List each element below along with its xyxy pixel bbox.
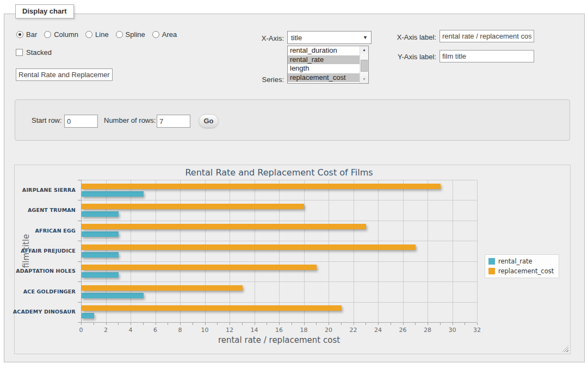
bar-rental_rate[interactable] bbox=[82, 231, 119, 237]
series-option-length[interactable]: length bbox=[288, 64, 368, 73]
x-tick-label: 12 bbox=[221, 327, 238, 334]
x-axis-label-input[interactable] bbox=[440, 30, 534, 42]
bar-replacement_cost[interactable] bbox=[82, 285, 243, 291]
chart-type-area[interactable]: Area bbox=[152, 30, 177, 39]
x-axis-tick bbox=[391, 323, 391, 325]
x-tick-label: 20 bbox=[320, 327, 337, 334]
legend-swatch-icon bbox=[488, 258, 495, 265]
category-label: AFFAIR PREJUDICE bbox=[21, 248, 76, 254]
x-axis-tick bbox=[415, 323, 416, 325]
gridline bbox=[453, 180, 453, 322]
category-label: ACE GOLDFINGER bbox=[23, 289, 76, 294]
x-axis-tick bbox=[465, 323, 465, 325]
gridline bbox=[81, 200, 477, 200]
x-tick-label: 6 bbox=[147, 327, 164, 334]
chart-type-label: Area bbox=[162, 30, 177, 39]
gridline bbox=[354, 180, 354, 322]
number-of-rows-label: Number of rows: bbox=[104, 116, 156, 124]
x-axis-tick bbox=[156, 323, 156, 325]
bar-replacement_cost[interactable] bbox=[82, 265, 317, 270]
gridline bbox=[81, 302, 477, 303]
x-axis-tick bbox=[292, 323, 292, 325]
x-axis-select[interactable]: title ▼ bbox=[287, 31, 372, 44]
chart-type-label: Line bbox=[95, 30, 109, 39]
go-button[interactable]: Go bbox=[199, 114, 219, 128]
y-axis-label-input[interactable] bbox=[440, 50, 534, 62]
x-tick-label: 26 bbox=[395, 327, 411, 334]
resize-handle-icon[interactable] bbox=[562, 346, 568, 352]
row-range-panel: Start row: Number of rows: Go bbox=[15, 99, 570, 141]
stacked-option[interactable]: Stacked bbox=[16, 48, 52, 57]
gridline bbox=[230, 180, 230, 322]
legend-label: rental_rate bbox=[498, 258, 533, 265]
bar-rental_rate[interactable] bbox=[82, 252, 119, 258]
bar-replacement_cost[interactable] bbox=[82, 204, 304, 209]
series-listbox[interactable]: rental_durationrental_ratelengthreplacem… bbox=[287, 46, 369, 84]
scrollbar-thumb[interactable] bbox=[361, 60, 368, 72]
gridline bbox=[81, 281, 477, 282]
x-tick-label: 28 bbox=[419, 327, 436, 334]
scroll-up-icon[interactable]: ▲ bbox=[360, 46, 368, 54]
x-tick-label: 16 bbox=[271, 327, 287, 334]
bar-rental_rate[interactable] bbox=[82, 272, 119, 278]
x-tick-label: 18 bbox=[296, 327, 312, 334]
chart-legend: rental_ratereplacement_cost bbox=[485, 254, 559, 278]
x-tick-label: 10 bbox=[197, 327, 213, 334]
gridline bbox=[304, 180, 305, 322]
series-select-label: Series: bbox=[234, 76, 284, 84]
bar-replacement_cost[interactable] bbox=[82, 224, 366, 229]
chart-title-input[interactable] bbox=[16, 68, 113, 81]
radio-icon[interactable] bbox=[152, 31, 159, 38]
x-axis-tick bbox=[131, 323, 131, 325]
bar-replacement_cost[interactable] bbox=[82, 184, 441, 189]
legend-item-replacement_cost[interactable]: replacement_cost bbox=[488, 267, 554, 275]
listbox-scrollbar[interactable]: ▲ ▼ bbox=[360, 46, 368, 83]
bar-replacement_cost[interactable] bbox=[82, 305, 342, 311]
chart-type-bar[interactable]: Bar bbox=[16, 30, 37, 39]
x-axis-tick bbox=[143, 323, 144, 325]
x-tick-label: 14 bbox=[246, 327, 263, 334]
series-option-replacement_cost[interactable]: replacement_cost bbox=[288, 73, 368, 83]
category-label: ACADEMY DINOSAUR bbox=[13, 309, 76, 315]
series-option-rental_duration[interactable]: rental_duration bbox=[288, 46, 368, 55]
chart-type-radio-group: BarColumnLineSplineArea bbox=[16, 30, 177, 39]
x-axis-tick bbox=[316, 323, 317, 325]
x-tick-label: 2 bbox=[98, 327, 114, 334]
legend-item-rental_rate[interactable]: rental_rate bbox=[488, 258, 554, 265]
number-of-rows-input[interactable] bbox=[157, 115, 190, 128]
chart-title: Rental Rate and Replacement Cost of Film… bbox=[81, 167, 477, 178]
x-axis-tick bbox=[180, 323, 181, 325]
x-axis-label-label: X-Axis label: bbox=[384, 33, 436, 41]
stacked-checkbox[interactable] bbox=[16, 49, 23, 56]
start-row-label: Start row: bbox=[32, 116, 62, 124]
bar-rental_rate[interactable] bbox=[82, 293, 144, 298]
start-row-input[interactable] bbox=[64, 115, 98, 128]
gridline bbox=[81, 221, 477, 221]
radio-icon[interactable] bbox=[44, 31, 51, 38]
bar-rental_rate[interactable] bbox=[82, 191, 144, 197]
gridline bbox=[279, 180, 280, 322]
chart-type-column[interactable]: Column bbox=[44, 30, 78, 39]
gridline bbox=[477, 180, 478, 322]
chevron-down-icon: ▼ bbox=[363, 35, 368, 40]
category-label: AIRPLANE SIERRA bbox=[22, 187, 76, 193]
chart-type-label: Column bbox=[54, 30, 78, 39]
x-axis-tick bbox=[217, 323, 218, 325]
radio-icon[interactable] bbox=[16, 31, 23, 38]
chart-type-spline[interactable]: Spline bbox=[116, 30, 145, 39]
bar-replacement_cost[interactable] bbox=[82, 244, 416, 250]
gridline bbox=[378, 180, 379, 322]
bar-rental_rate[interactable] bbox=[82, 313, 94, 318]
bar-rental_rate[interactable] bbox=[82, 211, 119, 217]
gridline bbox=[81, 261, 477, 262]
radio-icon[interactable] bbox=[85, 31, 92, 38]
scroll-down-icon[interactable]: ▼ bbox=[360, 76, 368, 83]
gridline bbox=[255, 180, 255, 322]
gridline bbox=[180, 180, 181, 322]
radio-icon[interactable] bbox=[116, 31, 123, 38]
chart-type-label: Spline bbox=[126, 30, 145, 39]
x-tick-label: 0 bbox=[73, 327, 89, 334]
chart-type-line[interactable]: Line bbox=[85, 30, 109, 39]
series-option-rental_rate[interactable]: rental_rate bbox=[288, 55, 368, 65]
gridline bbox=[205, 180, 206, 322]
